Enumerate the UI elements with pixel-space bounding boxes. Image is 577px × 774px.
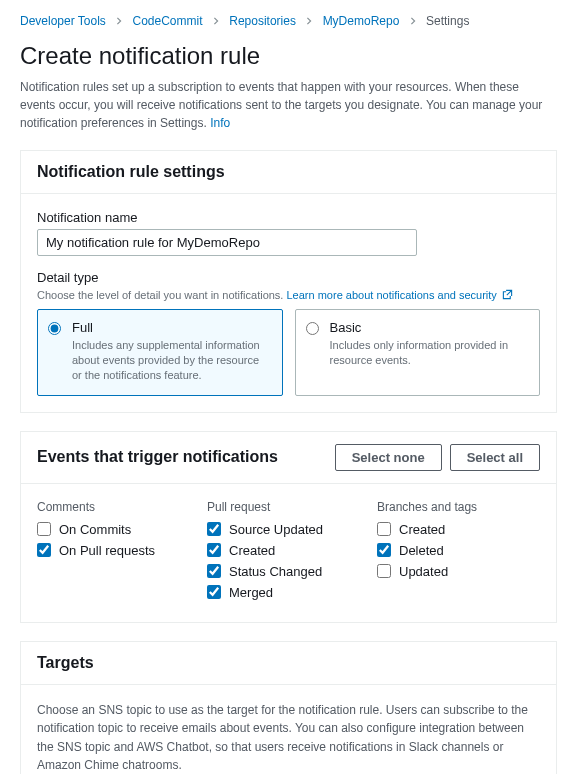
notification-name-label: Notification name xyxy=(37,210,540,225)
crumb-mydemorepo[interactable]: MyDemoRepo xyxy=(323,14,400,28)
event-checkbox-label: On Pull requests xyxy=(59,543,155,558)
events-column: Branches and tagsCreatedDeletedUpdated xyxy=(377,500,507,606)
detail-type-basic-title: Basic xyxy=(330,320,528,335)
select-all-button[interactable]: Select all xyxy=(450,444,540,471)
events-column-title: Branches and tags xyxy=(377,500,507,514)
detail-type-basic-radio[interactable] xyxy=(306,322,319,335)
detail-type-basic-desc: Includes only information provided in re… xyxy=(330,338,528,368)
settings-heading: Notification rule settings xyxy=(37,163,225,181)
event-checkbox-row[interactable]: Merged xyxy=(207,585,337,600)
event-checkbox[interactable] xyxy=(207,543,221,557)
event-checkbox-row[interactable]: Created xyxy=(377,522,507,537)
select-none-button[interactable]: Select none xyxy=(335,444,442,471)
event-checkbox[interactable] xyxy=(377,564,391,578)
detail-type-full-radio[interactable] xyxy=(48,322,61,335)
detail-type-hint: Choose the level of detail you want in n… xyxy=(37,289,540,301)
crumb-repositories[interactable]: Repositories xyxy=(229,14,296,28)
detail-type-full-desc: Includes any supplemental information ab… xyxy=(72,338,270,383)
event-checkbox[interactable] xyxy=(37,522,51,536)
panel-notification-rule-settings: Notification rule settings Notification … xyxy=(20,150,557,413)
event-checkbox-label: Updated xyxy=(399,564,448,579)
crumb-developer-tools[interactable]: Developer Tools xyxy=(20,14,106,28)
event-checkbox[interactable] xyxy=(207,585,221,599)
event-checkbox-row[interactable]: Created xyxy=(207,543,337,558)
panel-events: Events that trigger notifications Select… xyxy=(20,431,557,623)
crumb-settings: Settings xyxy=(426,14,469,28)
event-checkbox-label: Status Changed xyxy=(229,564,322,579)
event-checkbox-label: Deleted xyxy=(399,543,444,558)
targets-paragraph-1: Choose an SNS topic to use as the target… xyxy=(37,701,540,774)
event-checkbox-label: On Commits xyxy=(59,522,131,537)
breadcrumb: Developer Tools CodeCommit Repositories … xyxy=(20,14,557,28)
event-checkbox-row[interactable]: On Commits xyxy=(37,522,167,537)
events-column-title: Comments xyxy=(37,500,167,514)
event-checkbox[interactable] xyxy=(207,522,221,536)
event-checkbox-row[interactable]: Source Updated xyxy=(207,522,337,537)
event-checkbox[interactable] xyxy=(377,543,391,557)
detail-type-full-tile[interactable]: Full Includes any supplemental informati… xyxy=(37,309,283,396)
page-title: Create notification rule xyxy=(20,42,557,70)
event-checkbox-label: Created xyxy=(399,522,445,537)
events-column: CommentsOn CommitsOn Pull requests xyxy=(37,500,167,606)
event-checkbox-row[interactable]: On Pull requests xyxy=(37,543,167,558)
chevron-right-icon xyxy=(212,14,220,28)
event-checkbox-label: Created xyxy=(229,543,275,558)
external-link-icon xyxy=(502,289,513,300)
page-description: Notification rules set up a subscription… xyxy=(20,78,557,132)
detail-type-full-title: Full xyxy=(72,320,270,335)
detail-type-basic-tile[interactable]: Basic Includes only information provided… xyxy=(295,309,541,396)
event-checkbox-row[interactable]: Status Changed xyxy=(207,564,337,579)
crumb-codecommit[interactable]: CodeCommit xyxy=(133,14,203,28)
event-checkbox-row[interactable]: Deleted xyxy=(377,543,507,558)
event-checkbox[interactable] xyxy=(377,522,391,536)
event-checkbox[interactable] xyxy=(207,564,221,578)
event-checkbox-label: Source Updated xyxy=(229,522,323,537)
chevron-right-icon xyxy=(305,14,313,28)
info-link[interactable]: Info xyxy=(210,116,230,130)
events-heading: Events that trigger notifications xyxy=(37,448,278,466)
detail-type-label: Detail type xyxy=(37,270,540,285)
chevron-right-icon xyxy=(409,14,417,28)
targets-heading: Targets xyxy=(37,654,94,672)
chevron-right-icon xyxy=(115,14,123,28)
event-checkbox[interactable] xyxy=(37,543,51,557)
panel-targets: Targets Choose an SNS topic to use as th… xyxy=(20,641,557,774)
events-column-title: Pull request xyxy=(207,500,337,514)
event-checkbox-row[interactable]: Updated xyxy=(377,564,507,579)
notification-name-input[interactable] xyxy=(37,229,417,256)
detail-type-learn-more-link[interactable]: Learn more about notifications and secur… xyxy=(287,289,513,301)
events-column: Pull requestSource UpdatedCreatedStatus … xyxy=(207,500,337,606)
event-checkbox-label: Merged xyxy=(229,585,273,600)
